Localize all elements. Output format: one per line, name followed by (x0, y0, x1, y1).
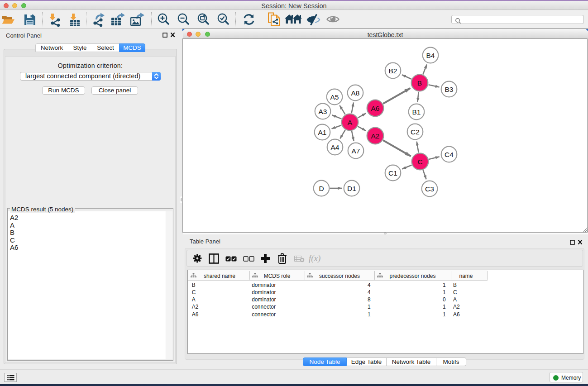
svg-text:B2: B2 (389, 67, 397, 75)
svg-text:B: B (417, 79, 422, 87)
svg-text:A7: A7 (352, 147, 360, 155)
svg-text:A5: A5 (330, 93, 339, 101)
svg-text:A8: A8 (351, 89, 360, 97)
svg-text:D: D (319, 185, 324, 192)
svg-text:C3: C3 (425, 185, 434, 193)
svg-text:B3: B3 (445, 86, 454, 93)
svg-text:A: A (348, 119, 353, 126)
svg-text:A2: A2 (371, 132, 380, 140)
svg-text:C4: C4 (445, 151, 454, 158)
svg-text:A4: A4 (331, 143, 339, 151)
svg-text:C1: C1 (388, 169, 397, 177)
svg-text:C2: C2 (411, 128, 420, 136)
svg-text:B1: B1 (412, 108, 421, 116)
svg-text:B4: B4 (426, 52, 435, 59)
svg-text:C: C (417, 158, 422, 166)
svg-text:A1: A1 (318, 129, 327, 136)
svg-text:A3: A3 (319, 108, 327, 115)
svg-text:A6: A6 (371, 105, 380, 112)
svg-text:D1: D1 (347, 185, 356, 192)
